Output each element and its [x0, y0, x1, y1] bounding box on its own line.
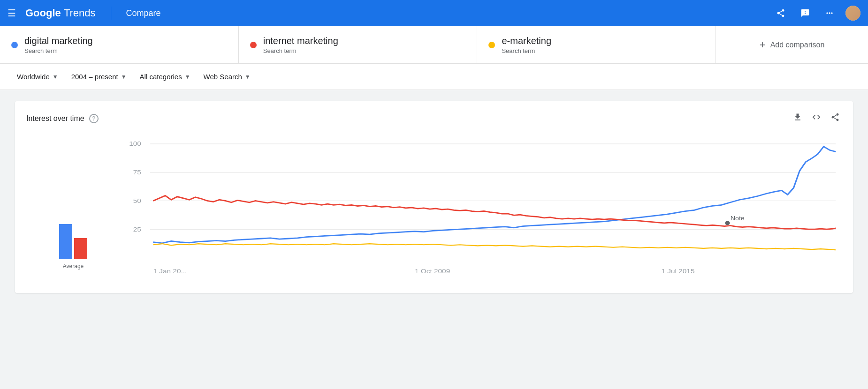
- add-plus-icon: +: [760, 39, 766, 51]
- add-comparison-label: Add comparison: [770, 41, 825, 49]
- filter-bar: Worldwide ▼ 2004 – present ▼ All categor…: [0, 64, 868, 90]
- chart-left-panel: Average: [26, 134, 120, 284]
- chart-actions: [791, 111, 842, 126]
- term-dot-blue: [11, 42, 18, 48]
- chart-svg: 100 75 50 25 1 Jan 20... 1 Oct 2009 1 Ju…: [120, 134, 842, 284]
- avg-bar-blue: [59, 224, 72, 259]
- trends-label: Trends: [64, 7, 96, 19]
- categories-arrow: ▼: [185, 74, 190, 80]
- svg-text:75: 75: [133, 169, 141, 176]
- term-type-1: Search term: [24, 47, 93, 54]
- categories-label: All categories: [140, 73, 182, 81]
- search-terms-bar: digital marketing Search term internet m…: [0, 26, 868, 64]
- svg-point-11: [725, 221, 730, 225]
- avatar-image: [845, 6, 860, 21]
- svg-text:50: 50: [133, 197, 141, 204]
- avg-bar-red: [74, 238, 87, 259]
- main-content: Interest over time ?: [0, 90, 868, 312]
- interest-over-time-section: Interest over time ?: [15, 101, 853, 293]
- google-logo: Google: [25, 7, 61, 19]
- avg-bars: [26, 222, 120, 259]
- search-term-digital-marketing[interactable]: digital marketing Search term: [0, 26, 239, 63]
- location-arrow: ▼: [53, 74, 58, 80]
- search-term-e-marketing[interactable]: e-marketing Search term: [477, 26, 716, 63]
- svg-text:Note: Note: [731, 215, 745, 222]
- chart-title: Interest over time: [26, 114, 84, 123]
- svg-text:25: 25: [133, 226, 141, 233]
- location-label: Worldwide: [17, 73, 50, 81]
- svg-text:100: 100: [129, 140, 141, 147]
- chart-area: 100 75 50 25 1 Jan 20... 1 Oct 2009 1 Ju…: [120, 134, 842, 284]
- search-type-filter[interactable]: Web Search ▼: [198, 69, 256, 84]
- categories-filter[interactable]: All categories ▼: [134, 69, 196, 84]
- share-icon[interactable]: [772, 5, 789, 22]
- apps-icon[interactable]: [821, 5, 838, 22]
- svg-text:1 Jul 2015: 1 Jul 2015: [662, 268, 695, 275]
- help-icon[interactable]: ?: [89, 114, 99, 123]
- date-range-filter[interactable]: 2004 – present ▼: [66, 69, 132, 84]
- term-dot-yellow: [488, 42, 495, 48]
- avatar[interactable]: [845, 6, 860, 21]
- term-dot-red: [250, 42, 257, 48]
- feedback-icon[interactable]: [797, 5, 814, 22]
- hamburger-icon[interactable]: ☰: [8, 7, 16, 19]
- search-type-arrow: ▼: [245, 74, 251, 80]
- term-info-3: e-marketing Search term: [502, 36, 551, 54]
- header-right: [772, 5, 860, 22]
- svg-text:1 Oct 2009: 1 Oct 2009: [415, 268, 450, 275]
- add-comparison-button[interactable]: + Add comparison: [716, 26, 868, 63]
- term-name-3: e-marketing: [502, 36, 551, 46]
- search-type-label: Web Search: [204, 73, 242, 81]
- logo-text: Google Trends: [25, 7, 96, 19]
- term-info-2: internet marketing Search term: [263, 36, 338, 54]
- svg-text:1 Jan 20...: 1 Jan 20...: [153, 268, 187, 275]
- download-icon[interactable]: [791, 111, 804, 126]
- date-arrow: ▼: [121, 74, 127, 80]
- date-range-label: 2004 – present: [71, 73, 118, 81]
- chart-header: Interest over time ?: [26, 111, 842, 126]
- term-type-2: Search term: [263, 47, 338, 54]
- page-title: Compare: [126, 8, 161, 18]
- term-type-3: Search term: [502, 47, 551, 54]
- term-name-1: digital marketing: [24, 36, 93, 46]
- location-filter[interactable]: Worldwide ▼: [11, 69, 64, 84]
- term-info-1: digital marketing Search term: [24, 36, 93, 54]
- embed-icon[interactable]: [810, 111, 823, 126]
- header-divider: [111, 7, 111, 20]
- logo-area: Google Trends: [25, 7, 96, 19]
- search-term-internet-marketing[interactable]: internet marketing Search term: [239, 26, 478, 63]
- share-chart-icon[interactable]: [829, 111, 842, 126]
- avg-label: Average: [26, 263, 120, 269]
- chart-container: Average 100 75 50 25 1 Jan 20...: [26, 134, 842, 284]
- chart-title-area: Interest over time ?: [26, 114, 99, 123]
- header: ☰ Google Trends Compare: [0, 0, 868, 26]
- term-name-2: internet marketing: [263, 36, 338, 46]
- header-left: ☰ Google Trends Compare: [8, 7, 161, 20]
